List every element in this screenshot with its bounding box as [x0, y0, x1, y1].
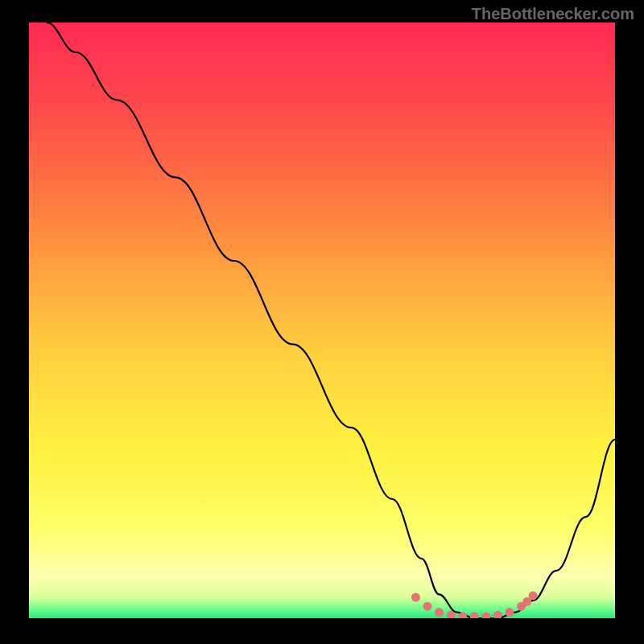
marker-point [423, 602, 432, 611]
marker-point [481, 612, 490, 618]
marker-point [493, 611, 502, 618]
chart-container: TheBottlenecker.com [0, 0, 644, 644]
optimal-range-markers [411, 591, 538, 618]
marker-point [411, 593, 420, 602]
curve-layer [29, 23, 615, 618]
plot-area [29, 23, 615, 618]
marker-point [529, 591, 538, 600]
marker-point [435, 608, 444, 617]
watermark-text: TheBottlenecker.com [472, 5, 634, 23]
marker-point [470, 612, 479, 618]
bottleneck-curve [47, 23, 615, 618]
marker-point [505, 608, 514, 617]
